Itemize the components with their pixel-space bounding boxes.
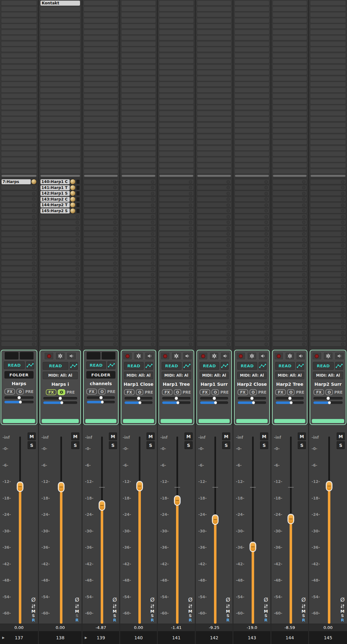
send-slot[interactable] [83,290,118,295]
fx-insert-slot[interactable] [83,47,118,52]
automation-nodes-icon[interactable] [26,361,34,369]
fx-insert-name[interactable]: Kontakt [40,1,80,6]
fx-insert-slot[interactable] [40,117,81,122]
send-slot[interactable] [197,313,232,318]
send-slot[interactable] [83,330,118,335]
send-slot[interactable] [234,226,270,231]
fx-insert-slot[interactable] [40,12,81,17]
track-number-cell[interactable]: ▶ 144 [271,631,308,644]
send-volume-knob[interactable] [70,179,75,184]
send-slot[interactable] [83,284,118,289]
send-slot[interactable] [40,290,81,295]
width-slider[interactable] [43,401,77,404]
send-slot[interactable] [272,290,307,295]
send-slot[interactable] [1,318,37,323]
send-slot[interactable] [272,237,307,242]
send-slot[interactable] [159,220,194,225]
send-slot[interactable] [40,272,81,277]
fx-insert-slot[interactable] [1,12,37,17]
pan-thumb[interactable] [213,397,216,400]
send-slot[interactable] [310,237,346,242]
fx-insert-slot[interactable] [234,65,270,70]
send-slot[interactable] [272,191,307,196]
fx-insert-slot[interactable] [121,7,156,12]
pan-slider[interactable] [313,397,343,400]
width-slider[interactable] [4,401,34,403]
fx-insert-slot[interactable] [159,82,194,87]
send-slot[interactable] [159,202,194,207]
send-slot[interactable] [197,278,232,283]
fx-insert-slot[interactable] [310,151,346,156]
send-slot[interactable] [234,220,270,225]
fx-insert-slot[interactable] [197,76,232,81]
send-slot[interactable] [83,220,118,225]
send-slot[interactable] [272,324,307,329]
fx-insert-slot[interactable] [234,30,270,35]
mute-button[interactable]: M [71,432,79,440]
divider-handle[interactable] [122,175,155,177]
mode-button[interactable]: MIDI: All: Al [200,372,229,379]
send-slot[interactable] [40,318,81,323]
send-slot[interactable] [197,307,232,312]
divider-handle[interactable] [273,175,307,177]
fx-insert-slot[interactable] [83,151,118,156]
pan-thumb[interactable] [59,397,62,400]
fx-insert-slot[interactable] [159,70,194,75]
fx-insert-slot[interactable] [40,134,81,139]
volume-fader-handle[interactable] [59,483,64,491]
fx-insert-slot[interactable] [234,82,270,87]
fx-online-button[interactable]: O [174,389,181,395]
pan-thumb[interactable] [137,397,140,400]
fx-online-button[interactable]: O [58,389,65,395]
send-slot[interactable] [197,324,232,329]
fx-insert-slot[interactable] [121,41,156,46]
fx-insert-slot[interactable] [1,1,37,6]
send-slot[interactable] [159,336,194,341]
fx-insert-slot[interactable] [234,35,270,40]
mute-button[interactable]: M [337,432,345,440]
fx-insert-slot[interactable] [310,41,346,46]
phase-button[interactable]: Ø [340,597,344,603]
bottom-r-button[interactable]: R [151,618,154,622]
send-slot[interactable] [83,318,118,323]
automation-nodes-icon[interactable] [70,362,78,370]
send-slot[interactable] [272,197,307,202]
width-slider[interactable] [162,401,190,404]
folder-collapse-arrow[interactable]: ▶ [85,636,87,639]
send-slot[interactable] [272,255,307,260]
send-slot[interactable] [121,191,156,196]
send-slot[interactable] [1,226,37,231]
fx-insert-slot[interactable] [121,128,156,133]
pan-slider[interactable] [162,397,190,400]
fx-insert-slot[interactable] [1,24,37,29]
pan-thumb[interactable] [288,397,291,400]
send-slot[interactable] [121,336,156,341]
fx-insert-slot[interactable] [272,117,307,122]
send-slot[interactable] [197,226,232,231]
bottom-m-button[interactable]: M [75,609,79,614]
fx-insert-slot[interactable] [121,140,156,145]
send-slot[interactable] [121,266,156,271]
fx-insert-slot[interactable] [234,1,270,6]
send-slot[interactable] [1,290,37,295]
volume-fader-handle[interactable] [175,496,180,505]
fx-insert-slot[interactable] [310,30,346,35]
send-slot[interactable] [83,260,118,265]
volume-value[interactable]: 0.00 [120,624,157,631]
fx-insert-slot[interactable] [197,157,232,162]
fx-insert-slot[interactable] [121,105,156,110]
fx-insert-slot[interactable] [234,117,270,122]
bottom-m-button[interactable]: M [226,609,230,614]
send-slot[interactable] [1,266,37,271]
send-slot[interactable] [234,313,270,318]
send-slot[interactable] [197,202,232,207]
pan-slider[interactable] [87,396,115,399]
send-slot[interactable] [197,232,232,237]
solo-button[interactable]: S [222,441,230,449]
fx-insert-slot[interactable] [197,47,232,52]
send-slot[interactable] [40,232,81,237]
fx-insert-slot[interactable] [121,1,156,6]
send-slot[interactable] [121,226,156,231]
fx-insert-slot[interactable] [197,1,232,6]
send-slot[interactable] [272,307,307,312]
